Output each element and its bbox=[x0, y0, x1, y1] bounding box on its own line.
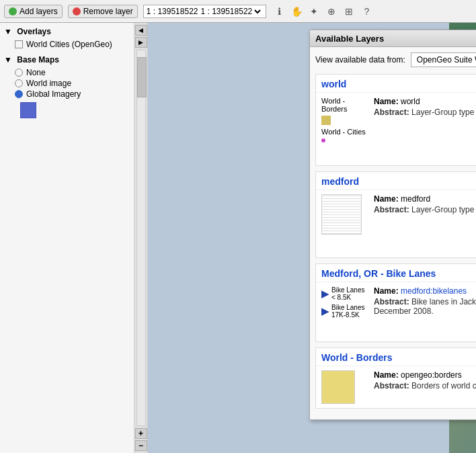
scroll-thumb[interactable] bbox=[137, 57, 147, 97]
overlays-title: Overlays bbox=[17, 27, 51, 36]
none-label: None bbox=[26, 68, 46, 77]
world-borders-card-title: World - Borders bbox=[316, 348, 476, 366]
basemaps-section-title: ▼ Base Maps bbox=[4, 55, 130, 65]
overlays-section-title: ▼ Overlays bbox=[4, 27, 130, 36]
medford-card-body: Name: medford Abstract: Layer-Group type… bbox=[316, 190, 476, 239]
add-layers-button[interactable]: Add layers bbox=[4, 5, 63, 18]
bikelanes-row2: ▶ Bike Lanes 17K-8.5K bbox=[321, 304, 368, 319]
medford-card-footer: + Add layer bbox=[316, 239, 476, 257]
zoom-in-btn[interactable]: + bbox=[135, 428, 147, 439]
world-borders-thumbnail bbox=[321, 370, 355, 404]
world-thumb-area: World - Borders World - Cities bbox=[321, 97, 368, 142]
add-layers-label: Add layers bbox=[19, 7, 58, 16]
world-abstract-label: Abstract: bbox=[374, 108, 409, 117]
zoom-box-icon[interactable]: ⊞ bbox=[342, 4, 356, 19]
world-borders-thumb-area bbox=[321, 370, 368, 404]
world-abstract-line: Abstract: Layer-Group type layer: world bbox=[374, 108, 476, 117]
info-tool-icon[interactable]: ℹ bbox=[272, 4, 286, 19]
medford-name-label: Name: bbox=[374, 194, 399, 204]
world-cities-row: World - Cities bbox=[321, 128, 368, 136]
medford-thumbnail bbox=[321, 194, 362, 235]
world-name-value: world bbox=[401, 97, 420, 106]
zoom-extent-icon[interactable]: ⊕ bbox=[324, 4, 339, 19]
world-cities-item-label: World - Cities bbox=[321, 128, 366, 136]
wms-source-select[interactable]: OpenGeo Suite WMS bbox=[411, 52, 476, 67]
dialog-body: View available data from: OpenGeo Suite … bbox=[310, 47, 476, 419]
basemap-global-imagery[interactable]: Global Imagery bbox=[4, 89, 130, 99]
basemap-world-image[interactable]: World image bbox=[4, 78, 130, 89]
scale-selector[interactable]: 1 : 139518522 1 : 139518522 bbox=[143, 5, 267, 18]
world-borders-item-label: World - Borders bbox=[321, 97, 368, 113]
world-layer-info: Name: world Abstract: Layer-Group type l… bbox=[374, 97, 476, 142]
available-layers-dialog: Available Layers × View available data f… bbox=[309, 30, 476, 420]
wb-abstract-text: Borders of world continents. bbox=[411, 381, 476, 390]
toolbar: Add layers Remove layer 1 : 139518522 1 … bbox=[0, 0, 476, 23]
medford-abstract-text: Layer-Group type layer: bbox=[411, 205, 476, 214]
wb-abstract-line: Abstract: Borders of world continents. bbox=[374, 381, 476, 390]
overlay-world-cities[interactable]: World Cities (OpenGeo) bbox=[4, 39, 130, 50]
bikelanes-thumb-area: ▶ Bike Lanes < 8.5K ▶ Bike Lanes 17K-8.5… bbox=[321, 286, 368, 319]
layer-card-world-borders: World - Borders Name: opengeo:borders bbox=[315, 347, 476, 409]
pan-tool-icon[interactable]: ✋ bbox=[289, 4, 304, 19]
world-cities-color-row bbox=[321, 138, 368, 142]
bikelanes-name-line: Name: medford:bikelanes bbox=[374, 286, 476, 296]
medford-layer-info: Name: medford Abstract: Layer-Group type… bbox=[374, 194, 476, 235]
bikelanes-card-footer: + Add layer bbox=[316, 323, 476, 341]
add-layers-icon bbox=[9, 7, 17, 15]
global-imagery-radio[interactable] bbox=[15, 90, 23, 98]
basemaps-title: Base Maps bbox=[17, 55, 59, 65]
world-name-label: Name: bbox=[374, 97, 399, 106]
scroll-right-btn[interactable]: ▶ bbox=[135, 37, 147, 48]
world-name-line: Name: world bbox=[374, 97, 476, 106]
world-image-radio[interactable] bbox=[15, 79, 23, 87]
left-panel: ▼ Overlays World Cities (OpenGeo) ▼ Base… bbox=[0, 23, 134, 453]
select-tool-icon[interactable]: ✦ bbox=[307, 4, 321, 19]
world-borders-row: World - Borders bbox=[321, 97, 368, 113]
world-card-footer: + Add layer bbox=[316, 147, 476, 165]
world-borders-layer-info: Name: opengeo:borders Abstract: Borders … bbox=[374, 370, 476, 404]
zoom-out-btn[interactable]: − bbox=[135, 440, 147, 451]
world-cities-label: World Cities (OpenGeo) bbox=[26, 40, 112, 49]
world-borders-color-icon bbox=[321, 116, 331, 125]
medford-abstract-line: Abstract: Layer-Group type layer: medfor… bbox=[374, 205, 476, 214]
scroll-left-btn[interactable]: ◀ bbox=[135, 25, 147, 36]
medford-abstract-label: Abstract: bbox=[374, 205, 409, 214]
bike-arrow1-icon: ▶ bbox=[321, 288, 329, 299]
main-area: ▼ Overlays World Cities (OpenGeo) ▼ Base… bbox=[0, 23, 476, 453]
layer-card-world: world World - Borders World - Ci bbox=[315, 74, 476, 166]
layer-card-bikelanes: Medford, OR - Bike Lanes ▶ Bike Lanes < … bbox=[315, 263, 476, 342]
world-borders-card-body: Name: opengeo:borders Abstract: Borders … bbox=[316, 366, 476, 408]
layer-card-medford: medford Name: medford bbox=[315, 171, 476, 258]
medford-thumb-area bbox=[321, 194, 368, 235]
bikelanes-name-label: Name: bbox=[374, 286, 399, 296]
scroll-track[interactable] bbox=[136, 50, 146, 426]
wb-abstract-label: Abstract: bbox=[374, 381, 409, 390]
bike-arrow2-icon: ▶ bbox=[321, 306, 329, 317]
map-canvas[interactable]: Available Layers × View available data f… bbox=[148, 23, 476, 453]
remove-layer-button[interactable]: Remove layer bbox=[68, 5, 138, 18]
remove-layer-icon bbox=[73, 7, 81, 15]
wb-name-value: opengeo:borders bbox=[401, 370, 462, 380]
medford-name-value: medford bbox=[401, 194, 430, 204]
bike-label2: Bike Lanes 17K-8.5K bbox=[331, 304, 368, 319]
bikelanes-layer-info: Name: medford:bikelanes Abstract: Bike l… bbox=[374, 286, 476, 319]
bike-label1: Bike Lanes < 8.5K bbox=[331, 286, 368, 301]
bikelanes-card-title: Medford, OR - Bike Lanes bbox=[316, 264, 476, 282]
map-tools: ℹ ✋ ✦ ⊕ ⊞ ? bbox=[272, 4, 374, 19]
help-icon[interactable]: ? bbox=[359, 4, 374, 19]
overlays-arrow-icon: ▼ bbox=[4, 27, 12, 36]
bikelanes-row1: ▶ Bike Lanes < 8.5K bbox=[321, 286, 368, 301]
bikelanes-card-body: ▶ Bike Lanes < 8.5K ▶ Bike Lanes 17K-8.5… bbox=[316, 282, 476, 323]
bikelanes-name-link[interactable]: medford:bikelanes bbox=[401, 286, 467, 296]
bikelanes-abstract-line: Abstract: Bike lanes in Jackson County, … bbox=[374, 297, 476, 316]
world-abstract-text: Layer-Group type layer: bbox=[411, 108, 476, 117]
view-from-row: View available data from: OpenGeo Suite … bbox=[315, 52, 476, 67]
basemaps-arrow-icon: ▼ bbox=[4, 55, 12, 65]
basemap-none[interactable]: None bbox=[4, 67, 130, 78]
scale-dropdown[interactable]: 1 : 139518522 bbox=[198, 6, 263, 17]
none-radio[interactable] bbox=[15, 69, 23, 77]
scale-value: 1 : 139518522 bbox=[147, 7, 198, 16]
world-cities-checkbox[interactable] bbox=[15, 40, 23, 48]
remove-layer-label: Remove layer bbox=[83, 7, 133, 16]
view-from-label: View available data from: bbox=[315, 55, 405, 65]
